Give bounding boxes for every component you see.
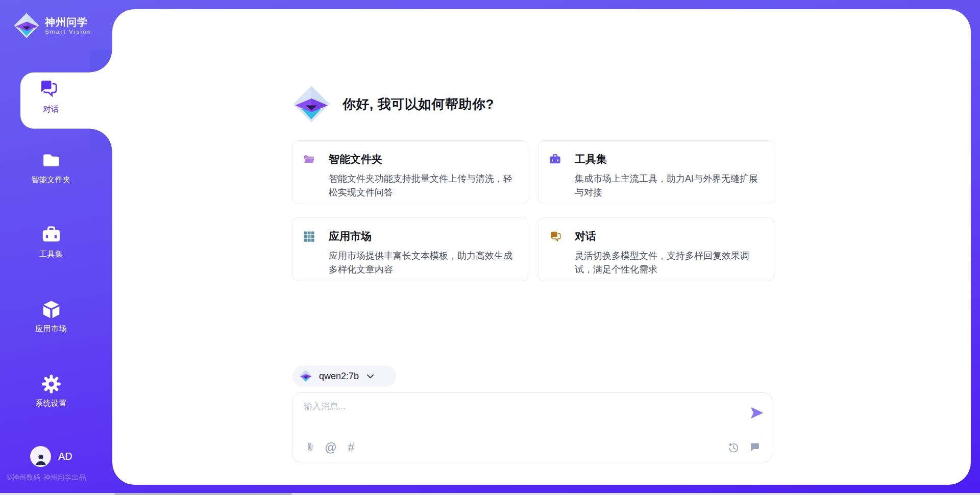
history-icon [727, 441, 740, 454]
card-title: 应用市场 [329, 229, 372, 243]
card-description: 智能文件夹功能支持批量文件上传与清洗，轻松实现文件问答 [329, 172, 521, 200]
send-button[interactable] [749, 406, 765, 421]
horizontal-scrollbar[interactable] [0, 493, 980, 495]
card-title: 智能文件夹 [329, 152, 382, 166]
card-description: 集成市场上主流工具，助力AI与外界无缝扩展与对接 [575, 172, 767, 200]
sidebar-item-label: 对话 [20, 104, 82, 115]
brand-name: 神州问学 [45, 16, 91, 28]
assistant-logo-icon [292, 85, 331, 123]
grid-icon [303, 230, 315, 243]
card-title: 工具集 [575, 152, 607, 166]
cube-icon [41, 299, 62, 320]
sidebar-item-label: 系统设置 [35, 399, 67, 408]
gear-icon [41, 374, 62, 394]
sidebar-item-chat[interactable]: 对话 [20, 72, 114, 129]
send-icon [750, 406, 764, 420]
main-panel: 你好, 我可以如何帮助你? 智能文件夹 智能文件夹功能支持批量文件上传与清洗，轻… [112, 9, 971, 485]
avatar [30, 446, 51, 467]
chevron-down-icon [365, 372, 375, 381]
briefcase-icon [549, 153, 561, 166]
app-window: 神州问学 Smart Vision 对话 智能文件夹 [0, 0, 980, 495]
card-description: 应用市场提供丰富长文本模板，助力高效生成多样化文章内容 [329, 249, 521, 277]
chat-bubbles-icon [37, 78, 58, 99]
at-icon: @ [325, 442, 336, 454]
active-tab-curve-top [90, 50, 112, 72]
chat-bubbles-icon [549, 230, 561, 243]
sidebar-item-label: 工具集 [39, 250, 63, 259]
model-name: qwen2:7b [319, 371, 359, 382]
user-menu[interactable]: AD [30, 446, 72, 467]
brand-logo-icon [13, 12, 40, 39]
attach-file-button[interactable] [303, 440, 318, 455]
sidebar: 神州问学 Smart Vision 对话 智能文件夹 [0, 0, 112, 495]
brand-subtitle: Smart Vision [45, 28, 91, 36]
sidebar-item-toolset[interactable]: 工具集 [0, 225, 102, 259]
composer-toolbar: @ # [303, 433, 763, 462]
sidebar-item-smart-folder[interactable]: 智能文件夹 [0, 150, 102, 185]
chat-bubble-icon [749, 441, 761, 454]
briefcase-icon [41, 225, 62, 245]
person-icon [33, 452, 48, 467]
hash-icon: # [348, 442, 355, 454]
topic-button[interactable]: # [344, 440, 359, 455]
greeting-title: 你好, 我可以如何帮助你? [342, 95, 494, 113]
sidebar-item-label: 应用市场 [35, 324, 67, 334]
greeting: 你好, 我可以如何帮助你? [292, 85, 494, 123]
sidebar-item-settings[interactable]: 系统设置 [0, 374, 102, 408]
scrollbar-thumb[interactable] [114, 493, 292, 495]
model-selector[interactable]: qwen2:7b [292, 365, 396, 387]
user-name: AD [58, 451, 72, 462]
new-chat-button[interactable] [747, 440, 763, 455]
card-app-market[interactable]: 应用市场 应用市场提供丰富长文本模板，助力高效生成多样化文章内容 [292, 217, 528, 281]
card-description: 灵活切换多模型文件，支持多样回复效果调试，满足个性化需求 [575, 249, 767, 277]
paperclip-icon [304, 441, 316, 454]
copyright-footer: ©神州数码·神州问学出品 [7, 473, 86, 482]
brand: 神州问学 Smart Vision [13, 12, 91, 39]
card-chat[interactable]: 对话 灵活切换多模型文件，支持多样回复效果调试，满足个性化需求 [538, 217, 774, 281]
history-button[interactable] [726, 440, 741, 455]
card-smart-folder[interactable]: 智能文件夹 智能文件夹功能支持批量文件上传与清洗，轻松实现文件问答 [292, 140, 528, 204]
folder-icon [41, 150, 62, 171]
card-toolset[interactable]: 工具集 集成市场上主流工具，助力AI与外界无缝扩展与对接 [538, 140, 774, 204]
message-input[interactable] [303, 400, 742, 429]
model-logo-icon [299, 369, 312, 383]
composer: @ # [292, 392, 772, 462]
sidebar-item-app-market[interactable]: 应用市场 [0, 299, 102, 334]
feature-cards: 智能文件夹 智能文件夹功能支持批量文件上传与清洗，轻松实现文件问答 工具集 集成… [292, 140, 774, 281]
sidebar-item-label: 智能文件夹 [31, 175, 71, 185]
card-title: 对话 [575, 229, 596, 243]
folder-icon [303, 153, 315, 166]
active-tab-curve-bottom [90, 129, 112, 151]
mention-button[interactable]: @ [323, 440, 338, 455]
